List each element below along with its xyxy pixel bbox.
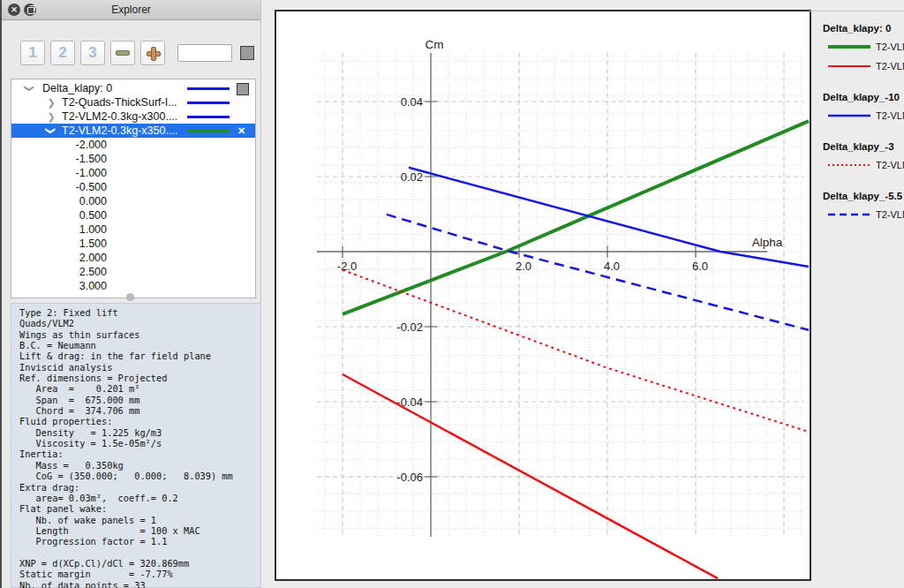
tree-item-label: T2-VLM2-0.3kg-x300.... [62, 109, 177, 124]
legend-group-title: Delta_klapy_-10 [823, 92, 904, 102]
tree-value-row[interactable]: -1.000 [11, 166, 255, 180]
view-2-button[interactable]: 2 [50, 41, 75, 65]
legend-line-swatch [828, 161, 870, 170]
plus-icon [146, 46, 160, 60]
legend-group-title: Delta_klapy_-5.5 [823, 191, 904, 201]
x-tick-label: 2.0 [516, 260, 531, 273]
color-swatch[interactable] [240, 46, 254, 60]
view-1-button[interactable]: 1 [20, 41, 45, 65]
y-tick-label: 0.02 [401, 170, 423, 184]
legend-line-swatch [828, 210, 870, 219]
operating-point-value: -0.500 [11, 180, 107, 194]
operating-point-value: 0.500 [11, 208, 107, 222]
chevron-down-icon[interactable]: ❯ [23, 84, 37, 93]
tree-value-row[interactable]: 2.500 [11, 265, 255, 279]
tree-item[interactable]: ❯T2-VLM2-0.3kg-x350....✕ [11, 124, 255, 138]
operating-point-value: 2.500 [11, 265, 107, 279]
y-tick-label: 0.04 [401, 95, 423, 109]
panel-title: Explorer [2, 4, 260, 16]
tree-value-row[interactable]: 0.000 [11, 194, 255, 208]
legend-entry-label: T2-VLM [876, 209, 904, 220]
tree-value-row[interactable]: -1.500 [11, 152, 255, 166]
add-button[interactable] [140, 41, 165, 65]
tree-value-row[interactable]: 1.500 [11, 237, 255, 251]
legend-entry: T2-VLM [823, 155, 904, 175]
x-tick-label: -2.0 [337, 260, 357, 273]
legend-entry: T2-VLM [823, 37, 904, 57]
chevron-down-icon[interactable]: ❯ [44, 126, 58, 135]
tree-value-row[interactable]: 1.000 [11, 222, 255, 237]
tree-item-label: T2-VLM2-0.3kg-x350.... [62, 124, 177, 138]
curve-style-line [187, 102, 230, 104]
chart-top-border [810, 11, 904, 11]
tree-item[interactable]: ❯Delta_klapy: 0 [11, 81, 255, 95]
legend-entry: T2-VLM [823, 106, 904, 125]
chart-canvas: -2.02.04.06.00.040.02-0.02-0.04-0.06CmAl… [276, 11, 810, 579]
legend-entry: T2-VLM [823, 57, 904, 76]
filter-input[interactable] [177, 44, 232, 62]
curve-style-line [187, 130, 230, 132]
chevron-right-icon[interactable]: ❯ [47, 109, 56, 124]
legend-entry-label: T2-VLM [876, 61, 904, 72]
explorer-toolbar: 1 2 3 [20, 40, 254, 66]
y-tick-label: -0.02 [396, 320, 423, 334]
tree-item[interactable]: ❯T2-VLM2-0.3kg-x300.... [11, 109, 255, 124]
analysis-info-panel: Type 2: Fixed lift Quads/VLM2 Wings as t… [11, 303, 261, 588]
operating-point-value: 1.500 [11, 237, 107, 251]
operating-point-value: -1.500 [11, 152, 107, 166]
operating-point-value: 3.000 [11, 279, 107, 293]
app-window: { "explorer": { "title": "Explorer", "to… [0, 0, 904, 588]
legend-line-swatch [828, 62, 870, 71]
remove-button[interactable] [110, 41, 135, 65]
minus-icon [116, 50, 130, 56]
chevron-right-icon[interactable]: ❯ [47, 95, 56, 109]
x-tick-label: 6.0 [692, 260, 708, 273]
legend-entry-label: T2-VLM [876, 110, 904, 121]
legend-entry-label: T2-VLM [876, 41, 904, 52]
group-color-box[interactable] [237, 83, 249, 95]
tree-value-row[interactable]: -2.000 [11, 138, 255, 152]
legend-entry-label: T2-VLM [876, 160, 904, 170]
x-axis-title: Alpha [752, 236, 783, 249]
tree-scrollbar-thumb[interactable] [126, 293, 134, 301]
y-axis-title: Cm [426, 38, 444, 51]
tree-value-row[interactable]: -0.500 [11, 180, 255, 194]
legend-group: Delta_klapy_-5.5T2-VLM [823, 191, 904, 224]
operating-point-value: 1.000 [11, 222, 107, 237]
legend-group: Delta_klapy_-10T2-VLM [823, 92, 904, 125]
tree-item-label: Delta_klapy: 0 [42, 81, 112, 95]
operating-point-value: 0.000 [11, 194, 107, 208]
legend-group: Delta_klapy_-3T2-VLM [823, 141, 904, 175]
x-tick-label: 4.0 [604, 260, 620, 273]
tree-value-row[interactable]: 2.000 [11, 251, 255, 265]
explorer-panel: ✕ Explorer 1 2 3 ❯Delta_klapy: 0❯T2-Quad… [0, 0, 261, 588]
legend-entry: T2-VLM [823, 205, 904, 224]
close-item-icon[interactable]: ✕ [237, 124, 245, 138]
legend-line-swatch [828, 42, 870, 51]
legend-group-title: Delta_klapy: 0 [823, 23, 904, 34]
operating-point-value: -1.000 [11, 166, 107, 180]
chart-legend: Delta_klapy: 0T2-VLMT2-VLMDelta_klapy_-1… [823, 14, 904, 240]
legend-line-swatch [828, 111, 870, 120]
tree-item-label: T2-Quads-ThickSurf-I... [62, 95, 177, 109]
operating-point-value: -2.000 [11, 138, 107, 152]
legend-group-title: Delta_klapy_-3 [823, 141, 904, 152]
tree-value-row[interactable]: 0.500 [11, 208, 255, 222]
tree-item[interactable]: ❯T2-Quads-ThickSurf-I... [11, 95, 255, 109]
curve-style-line [187, 87, 230, 90]
curve-style-line [187, 116, 230, 118]
analysis-tree: ❯Delta_klapy: 0❯T2-Quads-ThickSurf-I...❯… [11, 79, 256, 298]
operating-point-value: 2.000 [11, 251, 107, 265]
series-Deltaklapy0 [343, 121, 809, 314]
y-tick-label: -0.06 [396, 471, 423, 484]
cm-alpha-chart[interactable]: -2.02.04.06.00.040.02-0.02-0.04-0.06CmAl… [275, 10, 811, 581]
analysis-info-text: Type 2: Fixed lift Quads/VLM2 Wings as t… [11, 304, 260, 588]
tree-value-row[interactable]: 3.000 [11, 279, 255, 293]
explorer-titlebar: ✕ Explorer [2, 0, 260, 20]
legend-group: Delta_klapy: 0T2-VLMT2-VLM [823, 23, 904, 76]
view-3-button[interactable]: 3 [80, 41, 105, 65]
